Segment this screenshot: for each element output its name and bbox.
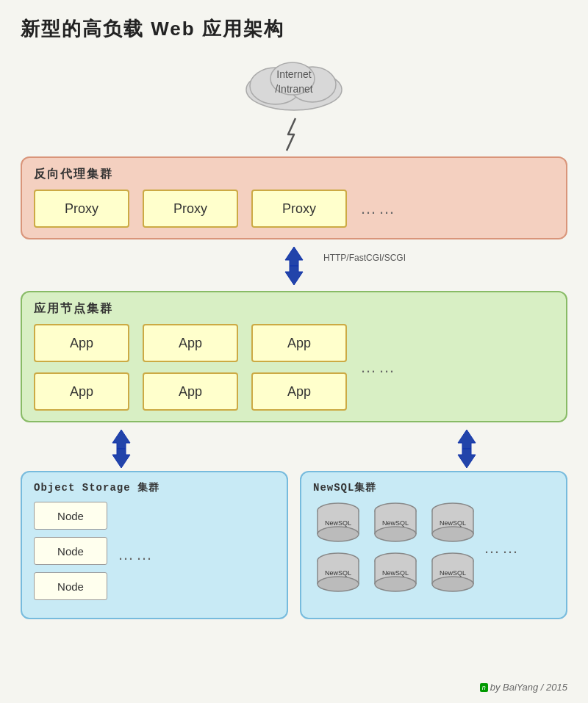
svg-text:NewSQL: NewSQL — [382, 569, 409, 577]
proxy-cluster: 反向代理集群 Proxy Proxy Proxy …… — [21, 156, 567, 239]
proxy-dots: …… — [360, 199, 397, 218]
proxy-box-3: Proxy — [251, 190, 347, 228]
app-dots: …… — [360, 358, 397, 377]
db-2: NewSQL — [370, 502, 420, 544]
db-6: NewSQL — [428, 552, 478, 594]
svg-point-26 — [432, 527, 473, 541]
node-list: Node Node Node …… — [34, 502, 275, 608]
svg-marker-4 — [285, 247, 303, 266]
newsql-dots: …… — [484, 538, 520, 558]
nginx-icon: n — [480, 683, 488, 692]
app-cluster-label: 应用节点集群 — [34, 301, 554, 317]
right-bidir-arrow — [380, 428, 553, 469]
storage-row: Object Storage 集群 Node Node Node …… NewS… — [21, 471, 567, 619]
node-boxes: Node Node Node — [34, 502, 107, 608]
svg-marker-5 — [285, 266, 303, 285]
svg-point-32 — [318, 577, 359, 591]
footer: n by BaiYang / 2015 — [480, 681, 567, 693]
svg-text:NewSQL: NewSQL — [440, 519, 466, 527]
app-grid: App App App App App App — [34, 324, 347, 411]
proxy-box-1: Proxy — [34, 190, 129, 228]
svg-point-44 — [432, 577, 473, 591]
proxy-box-2: Proxy — [143, 190, 238, 228]
svg-text:NewSQL: NewSQL — [325, 569, 351, 577]
http-arrow-section: HTTP/FastCGI/SCGI — [21, 244, 567, 288]
newsql-content: NewSQL NewSQL — [313, 502, 554, 594]
footer-text: by BaiYang / 2015 — [490, 682, 567, 693]
newsql-cluster-label: NewSQL集群 — [313, 481, 554, 494]
db-4: NewSQL — [313, 552, 363, 594]
object-cluster: Object Storage 集群 Node Node Node …… — [21, 471, 288, 619]
app-box-4: App — [34, 372, 129, 411]
app-box-1: App — [34, 324, 129, 362]
newsql-cluster: NewSQL集群 NewSQL — [300, 471, 567, 619]
svg-text:NewSQL: NewSQL — [325, 519, 351, 527]
http-label: HTTP/FastCGI/SCGI — [323, 253, 406, 263]
cloud-section: Internet/Intranet — [21, 49, 567, 115]
diagram: Internet/Intranet 反向代理集群 Proxy Proxy Pro… — [0, 49, 588, 619]
object-cluster-label: Object Storage 集群 — [34, 481, 275, 494]
bottom-arrows — [21, 427, 567, 471]
lightning-arrow — [21, 117, 567, 152]
app-cluster: 应用节点集群 App App App App App App …… — [21, 291, 567, 422]
svg-marker-8 — [458, 430, 476, 449]
app-box-3: App — [251, 324, 347, 362]
svg-text:NewSQL: NewSQL — [440, 569, 466, 577]
proxy-cluster-label: 反向代理集群 — [34, 167, 554, 182]
node-box-2: Node — [34, 537, 107, 565]
svg-text:NewSQL: NewSQL — [382, 519, 409, 527]
node-box-3: Node — [34, 572, 107, 600]
db-3: NewSQL — [428, 502, 478, 544]
object-dots: …… — [118, 545, 154, 564]
app-box-5: App — [143, 372, 238, 411]
svg-point-20 — [375, 527, 416, 541]
db-5: NewSQL — [370, 552, 420, 594]
node-box-1: Node — [34, 502, 107, 530]
svg-point-38 — [375, 577, 416, 591]
nginx-badge: n by BaiYang / 2015 — [480, 682, 567, 693]
app-box-2: App — [143, 324, 238, 362]
proxy-row: Proxy Proxy Proxy …… — [34, 190, 554, 228]
left-bidir-arrow — [35, 428, 208, 469]
app-box-6: App — [251, 372, 347, 411]
db-grid: NewSQL NewSQL — [313, 502, 478, 594]
svg-marker-7 — [112, 449, 130, 468]
cloud-icon: Internet/Intranet — [235, 49, 353, 115]
db-1: NewSQL — [313, 502, 363, 544]
svg-marker-6 — [112, 430, 130, 449]
cloud-label: Internet/Intranet — [275, 68, 312, 96]
svg-marker-9 — [458, 449, 476, 468]
svg-point-14 — [318, 527, 359, 541]
page-title: 新型的高负载 Web 应用架构 — [0, 0, 588, 49]
